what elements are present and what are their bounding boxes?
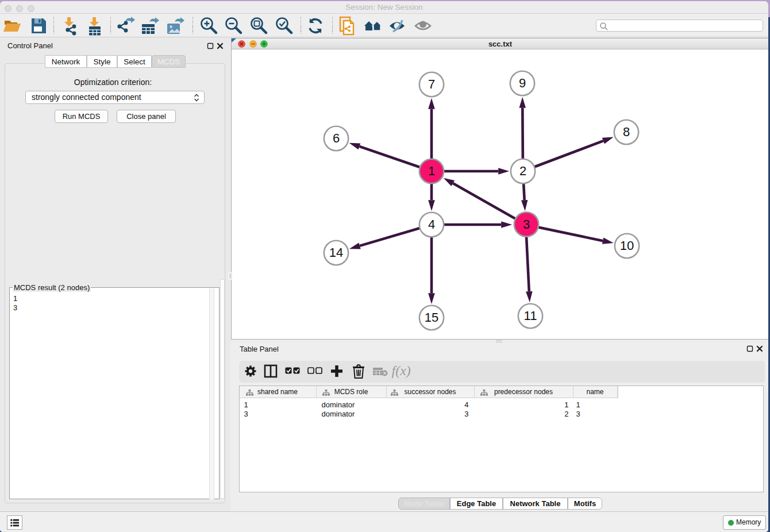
- svg-text:2: 2: [519, 164, 526, 178]
- svg-text:6: 6: [333, 131, 340, 145]
- svg-text:8: 8: [623, 125, 630, 139]
- svg-text:14: 14: [329, 245, 343, 260]
- svg-text:9: 9: [519, 76, 526, 90]
- svg-text:15: 15: [425, 310, 438, 325]
- svg-text:4: 4: [428, 217, 435, 232]
- svg-text:3: 3: [523, 217, 530, 232]
- svg-text:10: 10: [620, 238, 634, 253]
- svg-text:7: 7: [428, 77, 435, 91]
- svg-text:11: 11: [524, 309, 537, 323]
- svg-text:1: 1: [428, 164, 435, 178]
